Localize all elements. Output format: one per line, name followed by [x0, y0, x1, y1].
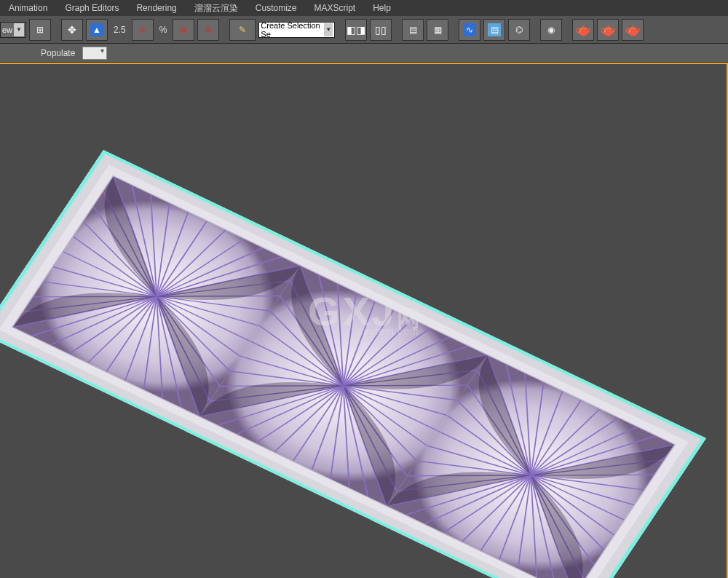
magnet-icon: ⋒ — [202, 23, 215, 36]
curve-editor-button[interactable]: ∿ — [459, 19, 480, 41]
schematic-view-button[interactable]: ⌬ — [508, 19, 530, 41]
dopesheet-icon: ▤ — [488, 23, 501, 36]
angle-snap-button[interactable]: ▲ — [86, 19, 108, 41]
mirror-icon: ◧◨ — [347, 24, 365, 36]
material-icon: ◉ — [545, 23, 558, 36]
separator — [565, 19, 569, 41]
watermark-sub: system.com — [357, 325, 419, 336]
separator — [54, 19, 58, 41]
menu-bar: Animation Graph Editors Rendering 溜溜云渲染 … — [0, 0, 728, 16]
dope-sheet-button[interactable]: ▤ — [483, 19, 505, 41]
pivot-icon: ⊞ — [33, 23, 47, 36]
spinner-snap-button[interactable]: ⋒ — [197, 19, 219, 41]
separator — [222, 19, 226, 41]
render-frame-button[interactable]: 🫖 — [597, 19, 619, 41]
reference-coord-dropdown[interactable]: ew ▼ — [0, 22, 26, 38]
magnet-icon: ⋒ — [177, 23, 190, 36]
curve-icon: ∿ — [463, 23, 476, 36]
separator — [395, 19, 399, 41]
menu-liuliu-render[interactable]: 溜溜云渲染 — [186, 0, 247, 16]
watermark: G XJ 网 system.com — [308, 287, 420, 334]
angle-snap-value: 2.5 — [111, 25, 129, 35]
separator — [451, 19, 456, 41]
menu-animation[interactable]: Animation — [0, 0, 56, 16]
menu-help[interactable]: Help — [364, 0, 400, 16]
material-editor-button[interactable]: ◉ — [540, 19, 562, 41]
menu-rendering[interactable]: Rendering — [127, 0, 185, 16]
menu-maxscript[interactable]: MAXScript — [305, 0, 364, 16]
named-selection-dropdown[interactable]: Create Selection Se ▼ — [258, 22, 335, 38]
use-pivot-center-button[interactable]: ⊞ — [29, 19, 51, 41]
layers-icon: ▤ — [406, 23, 419, 36]
viewport-inner: G XJ 网 system.com — [1, 66, 727, 577]
angle-snap-toggle-button[interactable]: ⋒ — [132, 19, 154, 41]
move-icon: ✥ — [68, 24, 76, 36]
reference-coord-value: ew — [2, 25, 12, 34]
percent-snap-button[interactable]: ⋒ — [173, 19, 194, 41]
separator — [533, 19, 537, 41]
align-button[interactable]: ▯▯ — [370, 19, 392, 41]
watermark-g: G — [308, 287, 341, 334]
layer-manager-button[interactable]: ▤ — [402, 19, 424, 41]
teapot-icon: 🫖 — [625, 22, 641, 38]
separator — [338, 19, 342, 41]
toggle-ribbon-button[interactable]: ▦ — [427, 19, 448, 41]
perspective-viewport[interactable]: G XJ 网 system.com — [0, 63, 728, 578]
chevron-down-icon: ▼ — [14, 23, 24, 36]
quick-render-button[interactable]: 🫖 — [622, 19, 644, 41]
schematic-icon: ⌬ — [513, 23, 526, 36]
teapot-icon: 🫖 — [575, 22, 591, 38]
named-selection-edit-button[interactable]: ✎ — [229, 19, 256, 41]
ribbon-minimize-dropdown[interactable] — [82, 47, 107, 60]
move-gizmo-button[interactable]: ✥ — [61, 19, 83, 41]
model-slab-inner — [12, 175, 676, 578]
edit-selection-icon: ✎ — [236, 23, 249, 36]
percent-snap-label: % — [157, 25, 170, 35]
main-toolbar: ew ▼ ⊞ ✥ ▲ 2.5 ⋒ % ⋒ ⋒ ✎ Create Selectio… — [0, 16, 728, 44]
named-selection-value: Create Selection Se — [261, 21, 324, 39]
magnet-icon: ⋒ — [136, 23, 149, 36]
ribbon-bar: Populate — [0, 44, 728, 63]
menu-graph-editors[interactable]: Graph Editors — [56, 0, 127, 16]
mirror-button[interactable]: ◧◨ — [345, 19, 367, 41]
model-slab[interactable] — [0, 150, 706, 578]
render-setup-button[interactable]: 🫖 — [572, 19, 594, 41]
ribbon-icon: ▦ — [431, 23, 444, 36]
align-icon: ▯▯ — [375, 24, 387, 36]
chevron-down-icon: ▼ — [324, 23, 333, 36]
snap-up-icon: ▲ — [90, 23, 103, 36]
menu-customize[interactable]: Customize — [247, 0, 306, 16]
teapot-icon: 🫖 — [600, 22, 616, 38]
ribbon-tab-populate[interactable]: Populate — [41, 44, 75, 62]
